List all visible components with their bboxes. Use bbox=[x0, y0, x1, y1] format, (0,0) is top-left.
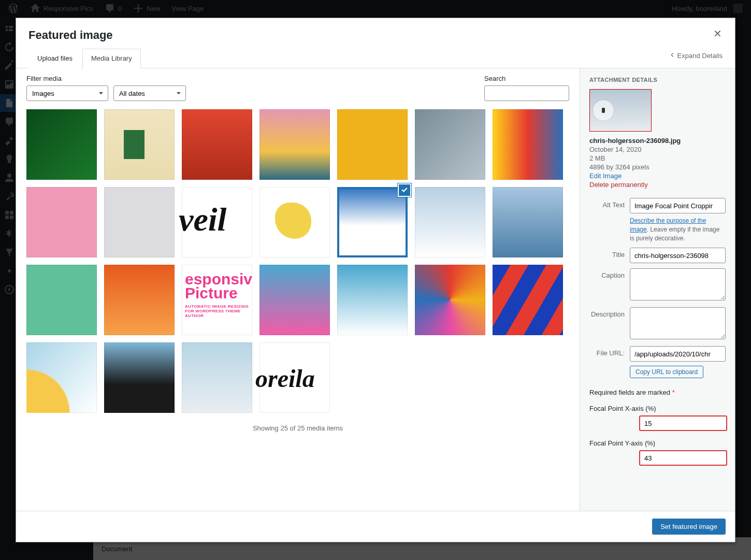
title-label: Title bbox=[589, 248, 630, 259]
meta-date: October 14, 2020 bbox=[589, 146, 726, 153]
search-label: Search bbox=[484, 75, 569, 82]
filter-date-select[interactable]: All dates bbox=[113, 85, 186, 101]
media-thumb[interactable] bbox=[26, 265, 97, 335]
details-heading: ATTACHMENT DETAILS bbox=[589, 77, 726, 83]
media-thumb[interactable] bbox=[259, 265, 330, 335]
media-thumb[interactable] bbox=[26, 342, 97, 413]
alt-text-input[interactable] bbox=[630, 198, 726, 213]
media-thumb[interactable] bbox=[493, 187, 563, 257]
media-status: Showing 25 of 25 media items bbox=[26, 413, 569, 436]
media-thumb[interactable]: oreila bbox=[259, 342, 330, 413]
media-thumb[interactable] bbox=[337, 109, 408, 180]
selected-check-icon bbox=[398, 183, 411, 197]
focal-y-label: Focal Point Y-axis (%) bbox=[589, 439, 726, 447]
filter-media-label: Filter media bbox=[26, 75, 186, 82]
focal-x-input[interactable] bbox=[639, 415, 727, 431]
media-thumb[interactable]: esponsiv PictureAUTOMATIC IMAGE RESIZING… bbox=[182, 265, 252, 335]
media-thumb[interactable] bbox=[104, 187, 175, 257]
media-thumb[interactable] bbox=[415, 187, 485, 257]
media-thumb[interactable] bbox=[104, 109, 175, 180]
media-thumb[interactable] bbox=[104, 265, 175, 335]
media-thumb[interactable] bbox=[415, 265, 485, 335]
title-input[interactable] bbox=[630, 248, 726, 263]
meta-dimensions: 4896 by 3264 pixels bbox=[589, 163, 726, 171]
media-thumb[interactable] bbox=[337, 187, 408, 257]
required-note: Required fields are marked * bbox=[589, 389, 726, 396]
description-label: Description bbox=[589, 307, 630, 318]
fileurl-label: File URL: bbox=[589, 346, 630, 357]
focal-x-label: Focal Point X-axis (%) bbox=[589, 405, 726, 412]
media-thumb[interactable] bbox=[26, 109, 97, 180]
media-thumb[interactable] bbox=[182, 109, 252, 180]
delete-link[interactable]: Delete permanently bbox=[589, 181, 648, 189]
caption-label: Caption bbox=[589, 268, 630, 279]
tab-upload-files[interactable]: Upload files bbox=[28, 49, 81, 68]
media-toolbar: Filter media Images All dates bbox=[16, 68, 580, 107]
caption-input[interactable] bbox=[630, 268, 726, 300]
selected-thumbnail[interactable] bbox=[589, 89, 652, 132]
media-thumb[interactable] bbox=[26, 187, 97, 257]
modal-footer: Set featured image bbox=[16, 511, 735, 542]
edit-image-link[interactable]: Edit Image bbox=[589, 172, 622, 180]
set-featured-image-button[interactable]: Set featured image bbox=[652, 519, 726, 535]
chevron-left-icon bbox=[669, 52, 675, 60]
featured-image-modal: Featured image ✕ Upload files Media Libr… bbox=[16, 18, 735, 542]
alt-text-label: Alt Text bbox=[589, 198, 630, 209]
focal-y-input[interactable] bbox=[639, 450, 727, 466]
media-thumb[interactable] bbox=[259, 109, 330, 180]
expand-details[interactable]: Expand Details bbox=[669, 52, 723, 65]
fileurl-input[interactable] bbox=[630, 346, 726, 362]
attachment-details-panel: ATTACHMENT DETAILS chris-holgersson-2360… bbox=[580, 68, 735, 511]
filter-type-select[interactable]: Images bbox=[26, 85, 108, 101]
media-thumb[interactable] bbox=[337, 265, 408, 335]
search-input[interactable] bbox=[484, 85, 569, 101]
media-thumb[interactable]: veil bbox=[182, 187, 252, 257]
media-thumb[interactable] bbox=[493, 265, 563, 335]
close-icon: ✕ bbox=[713, 27, 722, 40]
description-input[interactable] bbox=[630, 307, 726, 339]
close-button[interactable]: ✕ bbox=[708, 24, 727, 43]
media-thumb[interactable] bbox=[182, 342, 252, 413]
tab-media-library[interactable]: Media Library bbox=[82, 49, 141, 68]
modal-title: Featured image bbox=[28, 28, 723, 42]
media-thumb[interactable] bbox=[259, 187, 330, 257]
copy-url-button[interactable]: Copy URL to clipboard bbox=[630, 366, 703, 378]
meta-size: 2 MB bbox=[589, 154, 726, 162]
media-thumb[interactable] bbox=[104, 342, 175, 413]
alt-help: Describe the purpose of the image. Leave… bbox=[630, 217, 726, 242]
tabs: Upload files Media Library bbox=[28, 48, 142, 68]
media-thumb[interactable] bbox=[415, 109, 485, 180]
meta-filename: chris-holgersson-236098.jpg bbox=[589, 137, 726, 145]
media-grid: veilesponsiv PictureAUTOMATIC IMAGE RESI… bbox=[26, 109, 569, 413]
media-thumb[interactable] bbox=[493, 109, 563, 180]
